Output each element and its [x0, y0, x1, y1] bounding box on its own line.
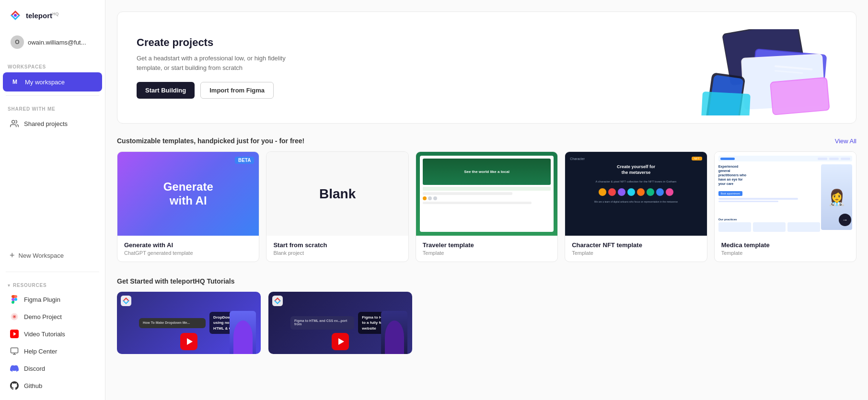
nft-template-name: Character NFT template [572, 241, 700, 249]
demo-icon [10, 312, 19, 321]
svg-rect-8 [11, 348, 18, 353]
medica-template-desc: Template [721, 250, 849, 256]
svg-point-5 [14, 316, 15, 318]
help-center-label: Help Center [24, 348, 57, 355]
hero-banner: Create projects Get a headstart with a p… [117, 11, 856, 124]
sidebar-item-discord[interactable]: Discord [3, 360, 102, 377]
beta-badge: BETA [235, 157, 254, 164]
plus-icon: + [10, 251, 15, 261]
tutorial-thumb-2: Figma to HTML and CSS ex...port from Fig… [268, 292, 412, 354]
workspace-letter: M [10, 77, 20, 87]
new-workspace-label: New Workspace [19, 252, 64, 259]
traveler-template-desc: Template [423, 250, 551, 256]
ai-preview-bg: Generatewith AI [117, 152, 259, 236]
tutorial-logo-icon-2 [272, 296, 283, 306]
people-icon [10, 119, 19, 128]
traveler-template-preview: See the world like a local [416, 152, 557, 236]
blank-card-text: Blank [319, 186, 356, 202]
svg-rect-25 [272, 296, 283, 306]
hero-text: Create projects Get a headstart with a p… [137, 36, 300, 99]
template-card-nft[interactable]: Character NFT Create yourself forthe met… [565, 151, 707, 262]
sidebar-item-help-center[interactable]: Help Center [3, 343, 102, 360]
blank-template-desc: Blank project [273, 250, 401, 256]
template-card-blank[interactable]: Blank Start from scratch Blank project [266, 151, 408, 262]
nft-template-preview: Character NFT Create yourself forthe met… [565, 152, 706, 236]
blank-template-preview: Blank [266, 152, 408, 236]
video-icon [10, 329, 19, 339]
video-tutorials-label: Video Tutorials [24, 331, 65, 338]
discord-label: Discord [24, 365, 45, 372]
discord-icon [10, 364, 19, 373]
template-card-ai[interactable]: Generatewith AI BETA Generate with AI Ch… [117, 151, 259, 262]
svg-rect-24 [121, 296, 131, 306]
play-triangle-2 [338, 338, 344, 345]
template-card-traveler[interactable]: See the world like a local [416, 151, 558, 262]
new-workspace-button[interactable]: + New Workspace [3, 246, 102, 265]
svg-point-1 [14, 14, 17, 17]
shared-projects-label: Shared projects [24, 120, 68, 127]
blank-template-info: Start from scratch Blank project [266, 236, 408, 262]
import-figma-button[interactable]: Import from Figma [200, 82, 274, 99]
templates-grid: Generatewith AI BETA Generate with AI Ch… [117, 151, 856, 262]
svg-rect-20 [771, 78, 829, 114]
resources-label: RESOURCES [13, 283, 47, 288]
workspace-name: My workspace [25, 79, 65, 86]
sidebar-logo: teleportHQ [0, 0, 105, 31]
tutorials-section-title: Get Started with teleportHQ Tutorials [117, 277, 235, 285]
start-building-button[interactable]: Start Building [137, 82, 195, 99]
figma-icon [10, 295, 19, 304]
view-all-link[interactable]: View All [835, 137, 856, 145]
blank-preview-bg: Blank [266, 152, 408, 236]
traveler-template-name: Traveler template [423, 241, 551, 249]
svg-rect-21 [701, 91, 751, 115]
medica-template-info: Medica template Template [715, 236, 856, 262]
sidebar-item-video-tutorials[interactable]: Video Tutorials [3, 325, 102, 343]
svg-point-2 [12, 120, 15, 123]
tutorial-card-figma[interactable]: Figma to HTML and CSS ex...port from Fig… [268, 292, 412, 354]
tutorial-card-dropdown[interactable]: How To Make Dropdown Me... DropDown menu… [117, 292, 261, 354]
nft-template-desc: Template [572, 250, 700, 256]
template-card-medica[interactable]: Experiencedgeneralpractitioners whohave … [714, 151, 856, 262]
divider [6, 95, 99, 96]
workspaces-label: WORKSPACES [0, 57, 105, 72]
templates-section-header: Customizable templates, handpicked just … [117, 137, 856, 145]
sidebar-item-github[interactable]: Github [3, 377, 102, 394]
ai-card-text: Generatewith AI [154, 171, 223, 217]
user-email: owain.williams@fut... [28, 39, 86, 46]
tutorials-grid: How To Make Dropdown Me... DropDown menu… [117, 292, 856, 354]
help-icon [10, 346, 19, 356]
app-name: teleportHQ [26, 11, 59, 20]
sidebar-item-shared-projects[interactable]: Shared projects [3, 114, 102, 133]
tutorial-logo-icon [121, 296, 131, 306]
github-icon [10, 381, 19, 390]
tutorials-section: Get Started with teleportHQ Tutorials Ho… [117, 277, 856, 354]
sidebar-item-demo-project[interactable]: Demo Project [3, 308, 102, 325]
ai-template-info: Generate with AI ChatGPT generated templ… [117, 236, 259, 262]
templates-section: Customizable templates, handpicked just … [117, 137, 856, 262]
ai-template-preview: Generatewith AI BETA [117, 152, 259, 236]
tutorial-thumb-1: How To Make Dropdown Me... DropDown menu… [117, 292, 261, 354]
github-label: Github [24, 382, 42, 389]
chevron-down-icon: ▾ [8, 283, 10, 288]
sidebar-user[interactable]: O owain.williams@fut... [4, 31, 101, 54]
tutorials-section-header: Get Started with teleportHQ Tutorials [117, 277, 856, 285]
templates-section-title: Customizable templates, handpicked just … [117, 137, 304, 145]
medica-template-preview: Experiencedgeneralpractitioners whohave … [715, 152, 856, 236]
divider-2 [6, 272, 99, 272]
play-button-1[interactable] [180, 333, 197, 350]
medica-template-name: Medica template [721, 241, 849, 249]
ai-template-name: Generate with AI [124, 241, 252, 249]
play-button-2[interactable] [332, 333, 349, 350]
shared-with-me-label: SHARED WITH ME [0, 100, 105, 114]
sidebar-item-workspace[interactable]: M My workspace [3, 72, 102, 91]
ai-template-desc: ChatGPT generated template [124, 250, 252, 256]
hero-actions: Start Building Import from Figma [137, 82, 300, 99]
hero-title: Create projects [137, 36, 300, 49]
blank-template-name: Start from scratch [273, 241, 401, 249]
play-triangle-1 [187, 338, 193, 345]
hero-description: Get a headstart with a professional low,… [137, 54, 300, 72]
hero-image [693, 29, 837, 106]
resources-header[interactable]: ▾ RESOURCES [0, 276, 105, 291]
sidebar: teleportHQ O owain.williams@fut... WORKS… [0, 0, 105, 400]
sidebar-item-figma-plugin[interactable]: Figma Plugin [3, 291, 102, 308]
